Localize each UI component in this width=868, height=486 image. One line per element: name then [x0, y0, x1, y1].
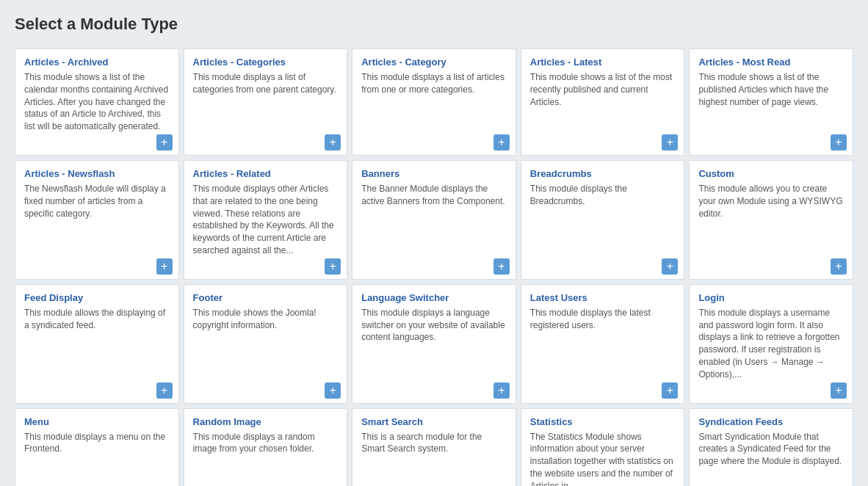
- add-module-button-articles-category[interactable]: +: [493, 134, 510, 150]
- module-card-latest-users[interactable]: Latest UsersThis module displays the lat…: [521, 284, 685, 404]
- add-module-button-articles-latest[interactable]: +: [662, 134, 678, 150]
- module-title-random-image: Random Image: [193, 416, 339, 427]
- module-title-articles-category: Articles - Category: [361, 57, 507, 68]
- module-desc-syndication-feeds: Smart Syndication Module that creates a …: [698, 432, 842, 467]
- module-card-articles-categories[interactable]: Articles - CategoriesThis module display…: [184, 48, 348, 156]
- module-desc-articles-most-read: This module shows a list of the publishe…: [698, 72, 828, 107]
- module-desc-latest-users: This module displays the latest register…: [530, 308, 651, 330]
- module-title-latest-users: Latest Users: [530, 292, 676, 303]
- module-desc-smart-search: This is a search module for the Smart Se…: [361, 432, 482, 454]
- module-card-articles-newsflash[interactable]: Articles - NewsflashThe Newsflash Module…: [15, 160, 179, 280]
- add-module-button-feed-display[interactable]: +: [156, 382, 173, 399]
- module-desc-feed-display: This module allows the displaying of a s…: [24, 308, 165, 330]
- module-desc-custom: This module allows you to create your ow…: [698, 184, 842, 219]
- module-desc-menu: This module displays a menu on the Front…: [24, 432, 165, 454]
- module-title-articles-most-read: Articles - Most Read: [698, 57, 844, 68]
- add-module-button-custom[interactable]: +: [831, 258, 847, 275]
- add-module-button-footer[interactable]: +: [325, 382, 341, 399]
- module-card-breadcrumbs[interactable]: BreadcrumbsThis module displays the Brea…: [521, 160, 685, 280]
- module-title-banners: Banners: [361, 168, 507, 179]
- add-module-button-latest-users[interactable]: +: [662, 382, 678, 399]
- module-title-articles-newsflash: Articles - Newsflash: [24, 168, 170, 179]
- module-title-login: Login: [698, 292, 844, 303]
- module-desc-articles-category: This module displays a list of articles …: [361, 72, 504, 95]
- add-module-button-articles-most-read[interactable]: +: [831, 134, 847, 150]
- module-desc-articles-newsflash: The Newsflash Module will display a fixe…: [24, 184, 166, 219]
- module-desc-banners: The Banner Module displays the active Ba…: [361, 184, 504, 206]
- add-module-button-breadcrumbs[interactable]: +: [662, 258, 678, 275]
- module-card-syndication-feeds[interactable]: Syndication FeedsSmart Syndication Modul…: [689, 408, 853, 486]
- module-card-custom[interactable]: CustomThis module allows you to create y…: [689, 160, 853, 280]
- module-title-feed-display: Feed Display: [24, 292, 170, 303]
- module-card-articles-archived[interactable]: Articles - ArchivedThis module shows a l…: [15, 48, 179, 156]
- add-module-button-banners[interactable]: +: [493, 258, 510, 275]
- module-card-feed-display[interactable]: Feed DisplayThis module allows the displ…: [15, 284, 179, 404]
- module-card-login[interactable]: LoginThis module displays a username and…: [689, 284, 853, 404]
- add-module-button-articles-archived[interactable]: +: [156, 134, 173, 150]
- module-title-articles-related: Articles - Related: [193, 168, 339, 179]
- module-desc-articles-categories: This module displays a list of categorie…: [193, 72, 336, 95]
- add-module-button-articles-newsflash[interactable]: +: [156, 258, 173, 275]
- module-card-articles-latest[interactable]: Articles - LatestThis module shows a lis…: [521, 48, 685, 156]
- module-desc-articles-latest: This module shows a list of the most rec…: [530, 72, 672, 107]
- module-title-statistics: Statistics: [530, 416, 676, 427]
- module-desc-articles-archived: This module shows a list of the calendar…: [24, 72, 168, 131]
- module-card-menu[interactable]: MenuThis module displays a menu on the F…: [15, 408, 179, 486]
- module-grid: Articles - ArchivedThis module shows a l…: [15, 48, 853, 486]
- module-desc-statistics: The Statistics Module shows information …: [530, 432, 673, 486]
- module-card-statistics[interactable]: StatisticsThe Statistics Module shows in…: [521, 408, 685, 486]
- add-module-button-articles-related[interactable]: +: [325, 258, 341, 275]
- module-title-language-switcher: Language Switcher: [361, 292, 507, 303]
- module-title-breadcrumbs: Breadcrumbs: [530, 168, 676, 179]
- module-title-menu: Menu: [24, 416, 170, 427]
- module-title-articles-categories: Articles - Categories: [193, 57, 339, 68]
- module-desc-footer: This module shows the Joomla! copyright …: [193, 308, 317, 330]
- add-module-button-login[interactable]: +: [831, 382, 847, 399]
- module-card-banners[interactable]: BannersThe Banner Module displays the ac…: [352, 160, 516, 280]
- module-desc-login: This module displays a username and pass…: [698, 308, 839, 380]
- module-card-footer[interactable]: FooterThis module shows the Joomla! copy…: [184, 284, 348, 404]
- module-card-smart-search[interactable]: Smart SearchThis is a search module for …: [352, 408, 516, 486]
- module-desc-breadcrumbs: This module displays the Breadcrumbs.: [530, 184, 627, 206]
- module-card-articles-category[interactable]: Articles - CategoryThis module displays …: [352, 48, 516, 156]
- module-desc-random-image: This module displays a random image from…: [193, 432, 315, 454]
- module-title-articles-archived: Articles - Archived: [24, 57, 170, 68]
- add-module-button-articles-categories[interactable]: +: [325, 134, 341, 150]
- module-desc-articles-related: This module displays other Articles that…: [193, 184, 334, 255]
- module-title-smart-search: Smart Search: [361, 416, 507, 427]
- module-title-articles-latest: Articles - Latest: [530, 57, 676, 68]
- module-title-custom: Custom: [698, 168, 844, 179]
- module-title-syndication-feeds: Syndication Feeds: [698, 416, 844, 427]
- module-card-language-switcher[interactable]: Language SwitcherThis module displays a …: [352, 284, 516, 404]
- module-card-articles-related[interactable]: Articles - RelatedThis module displays o…: [184, 160, 348, 280]
- page-title: Select a Module Type: [15, 15, 853, 34]
- module-card-articles-most-read[interactable]: Articles - Most ReadThis module shows a …: [689, 48, 853, 156]
- module-desc-language-switcher: This module displays a language switcher…: [361, 308, 504, 343]
- add-module-button-language-switcher[interactable]: +: [493, 382, 510, 399]
- module-title-footer: Footer: [193, 292, 339, 303]
- module-card-random-image[interactable]: Random ImageThis module displays a rando…: [184, 408, 348, 486]
